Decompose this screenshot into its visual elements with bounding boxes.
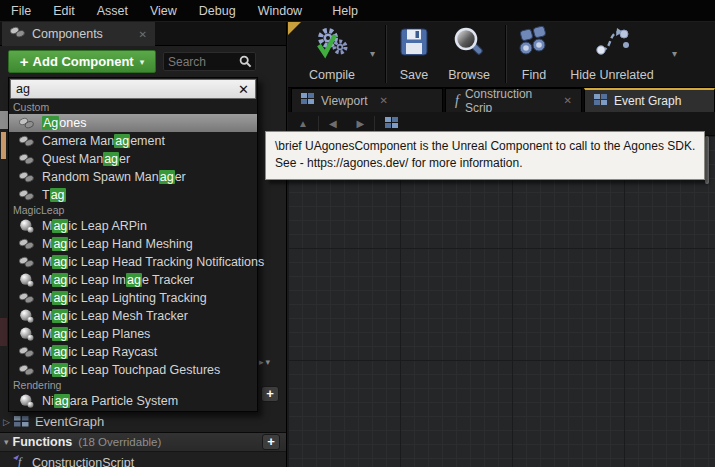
components-panel-header: Components ✕ — [0, 22, 286, 46]
tab-event-graph[interactable]: Event Graph — [584, 88, 715, 112]
menu-item-debug[interactable]: Debug — [188, 0, 247, 22]
dropdown-item[interactable]: Quest Manager — [9, 150, 257, 168]
functions-section-header[interactable]: ▾ Functions (18 Overridable) — [0, 432, 287, 452]
menu-bar: FileEditAssetViewDebugWindowHelp — [0, 0, 715, 22]
dropdown-item-label: Tag — [42, 188, 66, 202]
find-button[interactable]: Find — [512, 26, 556, 84]
add-function-button[interactable]: + — [262, 434, 280, 450]
dropdown-item[interactable]: Agones — [9, 114, 257, 132]
dropdown-item[interactable]: Camera Management — [9, 132, 257, 150]
hide-unrelated-label: Hide Unrelated — [570, 68, 653, 82]
dropdown-item[interactable]: Magic Leap Head Tracking Notifications — [9, 253, 257, 271]
menu-item-file[interactable]: File — [0, 0, 42, 22]
actor-component-icon — [19, 188, 35, 202]
dropdown-item[interactable]: Random Spawn Manager — [9, 168, 257, 186]
actor-component-icon — [19, 345, 35, 359]
menu-item-asset[interactable]: Asset — [86, 0, 139, 22]
menu-item-edit[interactable]: Edit — [42, 0, 86, 22]
dropdown-item[interactable]: Magic Leap Raycast — [9, 343, 257, 361]
nav-forward-icon[interactable]: ▶ — [357, 118, 365, 129]
dropdown-item-label: Quest Manager — [42, 152, 130, 166]
hide-unrelated-button[interactable]: Hide Unrelated — [560, 26, 664, 84]
graph-vertical-scrollbar[interactable] — [705, 136, 709, 184]
occluded-focus-sliver — [1, 132, 6, 159]
find-icon — [516, 26, 552, 62]
event-graph-icon — [594, 94, 608, 109]
dropdown-item[interactable]: Niagara Particle System — [9, 392, 257, 410]
unreal-blueprint-editor-window: FileEditAssetViewDebugWindowHelp Compone… — [0, 0, 715, 467]
expander-icon[interactable]: ▷ — [3, 417, 10, 427]
dropdown-item[interactable]: Magic Leap Hand Meshing — [9, 235, 257, 253]
actor-component-icon — [19, 255, 35, 269]
chevron-down-icon: ▾ — [140, 57, 145, 67]
dropdown-item-label: Magic Leap Hand Meshing — [42, 237, 193, 251]
dropdown-item[interactable]: Magic Leap ARPin — [9, 217, 257, 235]
menu-item-view[interactable]: View — [139, 0, 188, 22]
construction-script-tab-label: Construction Scrip — [465, 87, 552, 115]
eventgraph-label: EventGraph — [35, 414, 104, 429]
save-label: Save — [400, 68, 429, 82]
dropdown-item-label: Magic Leap Touchpad Gestures — [42, 363, 220, 377]
actor-component-icon — [19, 170, 35, 184]
dropdown-item[interactable]: Magic Leap Touchpad Gestures — [9, 361, 257, 379]
browse-button[interactable]: Browse — [440, 26, 498, 84]
clear-search-icon[interactable]: ✕ — [232, 82, 255, 97]
toolbar-separator — [505, 25, 506, 83]
dropdown-section-header: Custom — [9, 101, 257, 114]
close-icon[interactable]: ✕ — [139, 29, 147, 40]
section-expander-icon[interactable]: ▾ — [4, 437, 9, 447]
dropdown-item[interactable]: Magic Leap Planes — [9, 325, 257, 343]
functions-label: Functions — [13, 435, 73, 449]
menu-item-help[interactable]: Help — [321, 0, 369, 22]
compile-icon — [314, 26, 350, 64]
tab-components[interactable]: Components ✕ — [2, 22, 155, 46]
tab-viewport[interactable]: Viewport ✕ — [291, 88, 443, 112]
compile-button[interactable]: Compile — [294, 26, 370, 84]
dropdown-item-label: Magic Leap Raycast — [42, 345, 157, 359]
save-button[interactable]: Save — [391, 26, 437, 84]
nav-back-icon[interactable]: ◀ — [329, 118, 337, 129]
add-graph-button[interactable]: + — [261, 386, 279, 402]
add-component-button[interactable]: + Add Component ▾ — [8, 50, 156, 73]
actor-component-icon — [19, 134, 35, 148]
document-tab-bar: Viewport ✕ f Construction Scrip ✕ Event … — [288, 88, 715, 112]
functions-overridable-count: (18 Overridable) — [78, 436, 161, 448]
components-search-input[interactable] — [164, 55, 239, 69]
dropdown-item[interactable]: Magic Leap Mesh Tracker — [9, 307, 257, 325]
dropdown-item[interactable]: Tag — [9, 186, 257, 204]
hide-unrelated-options-caret-icon[interactable]: ▾ — [672, 48, 677, 59]
dropdown-search-box[interactable]: ✕ — [10, 79, 256, 99]
scene-component-icon — [19, 327, 35, 341]
separator — [374, 116, 375, 132]
hide-unrelated-icon — [593, 26, 631, 62]
blueprint-toolbar: Compile ▾ Save — [288, 22, 715, 88]
occluded-selected-row-sliver — [0, 111, 8, 129]
dropdown-item-label: Niagara Particle System — [42, 394, 178, 408]
find-label: Find — [522, 68, 546, 82]
tooltip-line-1: \brief UAgonesComponent is the Unreal Co… — [275, 138, 695, 155]
actor-component-icon — [19, 152, 35, 166]
scene-component-icon — [19, 309, 35, 323]
function-icon: f — [12, 454, 28, 467]
actor-component-icon — [19, 291, 35, 305]
dropdown-item[interactable]: Magic Leap Image Tracker — [9, 271, 257, 289]
close-icon[interactable]: ✕ — [379, 95, 387, 106]
separator — [318, 116, 319, 132]
actor-component-icon — [19, 237, 35, 251]
dropdown-item[interactable]: Magic Leap Lighting Tracking — [9, 289, 257, 307]
compile-options-caret-icon[interactable]: ▾ — [370, 48, 375, 59]
menu-item-window[interactable]: Window — [247, 0, 313, 22]
combo-caret-icons[interactable]: ▸▾ — [259, 357, 272, 367]
constructionscript-row[interactable]: f ConstructionScript — [0, 453, 287, 467]
occluded-row-sliver — [0, 318, 7, 346]
event-graph-canvas[interactable] — [288, 136, 715, 467]
close-icon[interactable]: ✕ — [564, 95, 572, 106]
tab-construction-script[interactable]: f Construction Scrip ✕ — [445, 88, 582, 112]
compile-label: Compile — [309, 68, 355, 82]
save-icon — [398, 26, 430, 62]
nav-up-icon[interactable]: ▲ — [298, 118, 308, 129]
components-search-box[interactable] — [163, 52, 256, 71]
dropdown-search-input[interactable] — [11, 82, 232, 96]
scene-component-icon — [19, 394, 35, 408]
my-blueprint-eventgraph-row[interactable]: ▷ EventGraph — [0, 412, 287, 431]
